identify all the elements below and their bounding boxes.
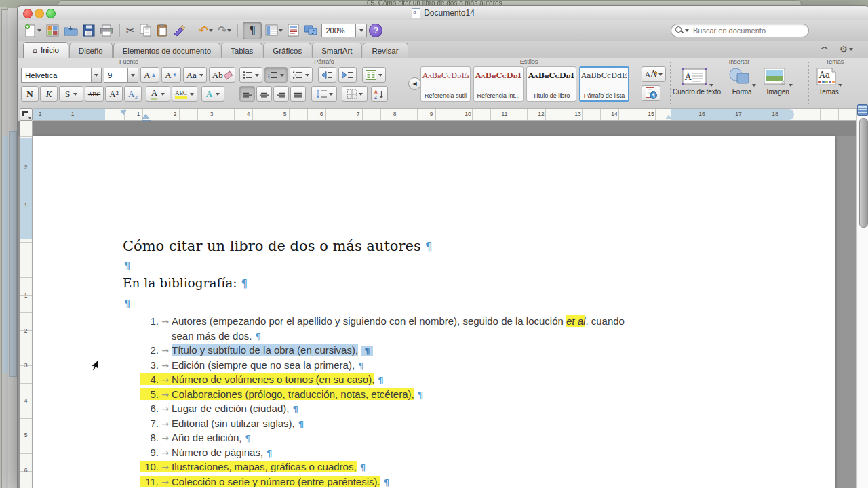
zoom-window-button[interactable] (46, 9, 56, 18)
horizontal-ruler[interactable]: 21123456789101112131415161718 (33, 108, 859, 121)
list-item[interactable]: 9.→Número de páginas,¶ (140, 445, 751, 460)
close-button[interactable] (23, 9, 33, 18)
style-card-sutil[interactable]: AaBbCcDdEeReferencia sutil (420, 66, 471, 102)
tab-diseño[interactable]: Diseño (69, 43, 113, 58)
styles-pane-button[interactable]: ¶ (642, 85, 660, 101)
style-card-int[interactable]: AaBbCcDdEeReferencia int... (473, 66, 524, 102)
media-browser-button[interactable]: ♪ (302, 22, 319, 39)
align-center-button[interactable] (256, 86, 272, 102)
text-box-caret[interactable] (709, 84, 713, 87)
print-button[interactable] (98, 22, 115, 39)
tab-tablas[interactable]: Tablas (221, 43, 262, 58)
change-styles-button[interactable]: AA (642, 66, 666, 82)
copy-button[interactable] (138, 22, 153, 39)
style-card-libro[interactable]: AaBbCcDdEeTítulo de libro (526, 66, 576, 102)
vertical-ruler[interactable]: 21123456 (20, 121, 33, 488)
hanging-indent-marker[interactable] (142, 114, 150, 119)
sidebar-view-caret[interactable] (279, 29, 283, 32)
list-item[interactable]: 4.→Número de volúmenes o tomos (en su ca… (140, 372, 751, 387)
save-button[interactable] (81, 22, 96, 39)
list-item-continuation[interactable]: sean más de dos.¶ (172, 329, 751, 344)
style-card-lista[interactable]: AaBbCcDdEePárrafo de lista (579, 66, 629, 102)
line-spacing-button[interactable] (311, 86, 337, 102)
clear-formatting-button[interactable]: Ab (209, 67, 235, 83)
search-scope-caret[interactable] (685, 29, 689, 32)
ribbon-settings-button[interactable]: ⚙ (840, 44, 853, 54)
search-input[interactable] (692, 26, 789, 35)
document-elements-button[interactable] (286, 22, 300, 39)
text-box-button[interactable]: A Cuadro de texto (673, 66, 721, 96)
font-name-caret[interactable] (92, 68, 102, 83)
list-item[interactable]: 6.→Lugar de edición (ciudad),¶ (140, 401, 751, 416)
list-item[interactable]: 1.→Autores (empezando por el apellido y … (140, 314, 751, 329)
bullets-button[interactable] (239, 67, 262, 83)
format-painter-button[interactable] (172, 22, 188, 39)
tab-smartart[interactable]: SmartArt (312, 43, 361, 58)
grow-font-button[interactable]: A▲ (140, 67, 159, 83)
tab-revisar[interactable]: Revisar (363, 43, 408, 58)
titlebar[interactable]: Documento14 (18, 6, 868, 20)
font-size-caret[interactable] (128, 68, 138, 83)
minimize-button[interactable] (35, 9, 44, 18)
increase-indent-button[interactable] (338, 67, 357, 83)
undo-button[interactable]: ↶ (198, 22, 214, 39)
zoom-caret[interactable] (356, 24, 367, 37)
align-left-button[interactable] (239, 86, 255, 102)
list-item[interactable]: 3.→Edición (siempre que no sea la primer… (140, 358, 751, 373)
font-name-select[interactable]: Helvetica (21, 68, 102, 83)
document-page[interactable]: Cómo citar un libro de dos o más autores… (33, 136, 835, 488)
list-item[interactable]: 8.→Año de edición,¶ (140, 430, 751, 445)
vertical-scrollbar[interactable] (856, 116, 868, 488)
new-document-button[interactable] (23, 22, 43, 39)
tab-gráficos[interactable]: Gráficos (263, 43, 311, 58)
underline-color-button[interactable]: A (146, 86, 170, 102)
image-caret[interactable] (789, 84, 793, 87)
columns-button[interactable] (362, 67, 386, 83)
list-item[interactable]: 5.→Colaboraciones (prólogo, traducción, … (140, 387, 751, 402)
align-right-button[interactable] (273, 86, 289, 102)
justify-button[interactable] (290, 86, 306, 102)
numbering-button[interactable]: 123 (264, 67, 288, 83)
tab-elementos-de-documento[interactable]: Elementos de documento (113, 43, 220, 58)
multilevel-list-button[interactable] (290, 67, 313, 83)
image-button[interactable]: Imagen (763, 66, 793, 96)
themes-caret[interactable] (838, 84, 842, 87)
highlight-button[interactable]: ABC (172, 86, 197, 102)
themes-button[interactable]: Aa Temas (815, 66, 842, 96)
sort-button[interactable]: AZ (371, 86, 388, 102)
italic-button[interactable]: K (40, 86, 58, 102)
cut-button[interactable]: ✂ (125, 22, 136, 39)
tab-inicio[interactable]: ⌂Inicio (23, 42, 68, 58)
zoom-control[interactable]: 200% (321, 24, 367, 37)
right-indent-marker[interactable] (665, 115, 672, 119)
underline-button[interactable]: S (59, 86, 83, 102)
shape-caret[interactable] (752, 84, 756, 87)
open-button[interactable] (62, 22, 79, 39)
paste-button[interactable] (155, 22, 170, 39)
strikethrough-button[interactable]: ABC (85, 86, 104, 102)
search-field[interactable] (671, 24, 809, 37)
redo-caret[interactable] (227, 29, 231, 32)
tab-selector[interactable] (20, 108, 33, 121)
help-button[interactable]: ? (369, 24, 382, 37)
superscript-button[interactable]: A² (105, 86, 123, 102)
elements-gallery-button[interactable] (45, 22, 60, 39)
shrink-font-button[interactable]: A▼ (161, 67, 180, 83)
list-item[interactable]: 2.→Título y subtítulo de la obra (en cur… (140, 343, 751, 358)
collapse-ribbon-button[interactable]: ^ (820, 45, 829, 54)
split-view-icon[interactable] (857, 104, 868, 116)
sidebar-view-button[interactable] (264, 22, 284, 39)
scrollbar-thumb[interactable] (859, 118, 868, 228)
font-size-select[interactable]: 9 (104, 68, 138, 83)
shape-button[interactable]: Forma (728, 66, 756, 96)
decrease-indent-button[interactable] (318, 67, 336, 83)
list-item[interactable]: 10.→Ilustraciones, mapas, gráficas o cua… (140, 460, 751, 474)
bold-button[interactable]: N (21, 86, 39, 102)
borders-button[interactable] (342, 86, 368, 102)
new-document-caret[interactable] (37, 29, 41, 32)
font-color-button[interactable]: A (201, 86, 224, 102)
subscript-button[interactable]: A₂ (124, 86, 142, 102)
show-paragraph-marks-button[interactable]: ¶ (243, 22, 262, 39)
first-line-indent-marker[interactable] (120, 110, 127, 115)
list-item[interactable]: 7.→Editorial (sin utilizar siglas),¶ (140, 416, 751, 431)
